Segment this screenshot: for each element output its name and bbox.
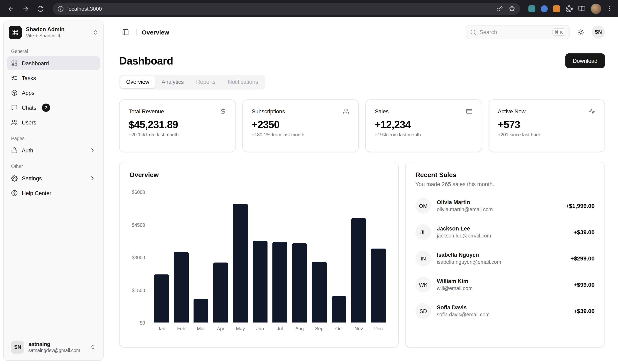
url-text: localhost:3000 <box>67 6 493 12</box>
sidebar: Shadcn Admin Vite + ShadcnUI General Das… <box>3 21 104 361</box>
recent-sales-card: Recent Sales You made 265 sales this mon… <box>405 162 605 348</box>
chart-x-tick-label: Mar <box>191 326 211 331</box>
tab-analytics[interactable]: Analytics <box>156 76 190 88</box>
sidebar-section-label: General <box>11 49 96 54</box>
sale-customer-name: Sofia Davis <box>437 304 568 311</box>
reading-list-icon[interactable] <box>578 5 586 12</box>
sidebar-item-label: Dashboard <box>22 60 49 66</box>
sidebar-footer: SN satnaing satnaingdev@gmail.com <box>4 334 103 360</box>
extension-icon[interactable] <box>541 5 548 12</box>
stat-title: Sales <box>375 108 389 114</box>
browser-profile-avatar[interactable] <box>591 3 601 14</box>
sale-avatar: JL <box>415 224 431 240</box>
sale-amount: +$39.00 <box>574 229 595 235</box>
search-input[interactable]: ⌘ K <box>466 25 569 39</box>
chats-icon <box>11 104 18 111</box>
chart-y-axis: $0$1500$3000$4500$6000 <box>130 192 147 323</box>
sidebar-item-settings[interactable]: Settings <box>7 171 100 185</box>
dashboard-icon <box>11 60 18 66</box>
download-button[interactable]: Download <box>565 53 605 68</box>
stat-value: +2350 <box>252 119 349 131</box>
tab-reports[interactable]: Reports <box>190 76 222 88</box>
chart-y-tick-label: $6000 <box>132 190 145 195</box>
stat-title: Total Revenue <box>129 108 164 114</box>
extension-icon[interactable] <box>553 5 560 12</box>
chart-x-tick-label: Jan <box>152 326 171 331</box>
sidebar-toggle-button[interactable] <box>119 26 131 38</box>
sidebar-item-users[interactable]: Users <box>7 116 100 130</box>
stat-value: +12,234 <box>375 119 472 131</box>
sidebar-item-badge: 3 <box>42 104 50 112</box>
sale-avatar: OM <box>415 198 431 214</box>
sidebar-sections: General Dashboard Tasks Apps Chats 3 Use… <box>4 42 103 334</box>
tab-notifications[interactable]: Notifications <box>222 76 264 88</box>
chevron-right-icon <box>89 147 96 154</box>
recent-sales-title: Recent Sales <box>415 171 595 179</box>
sidebar-item-dashboard[interactable]: Dashboard <box>7 56 100 70</box>
main-content: Overview ⌘ K SN Dashboard Download Overv… <box>109 21 615 361</box>
forward-button[interactable] <box>20 3 31 14</box>
sale-avatar: IN <box>415 251 431 266</box>
user-email: satnaingdev@gmail.com <box>28 347 86 353</box>
command-icon <box>12 29 18 36</box>
reload-button[interactable] <box>35 3 46 14</box>
chevrons-up-down-icon <box>90 344 96 350</box>
tabs: OverviewAnalyticsReportsNotifications <box>119 75 265 90</box>
tasks-icon <box>11 75 18 81</box>
user-name: satnaing <box>28 341 86 347</box>
search-shortcut-kbd: ⌘ K <box>552 28 565 36</box>
sale-amount: +$299.00 <box>570 255 595 262</box>
stat-value: +573 <box>498 119 595 131</box>
credit-card-icon <box>466 108 472 115</box>
chart-bar <box>174 252 189 323</box>
chart-x-axis: JanFebMarAprMayJunJulAugSepOctNovDec <box>152 326 388 331</box>
stat-title: Subscriptions <box>252 108 285 114</box>
chart-y-tick-label: $1500 <box>132 288 145 293</box>
tab-overview[interactable]: Overview <box>120 76 155 88</box>
theme-toggle-button[interactable] <box>574 26 587 38</box>
sale-avatar: SD <box>415 303 431 319</box>
profile-avatar[interactable]: SN <box>592 26 605 39</box>
back-button[interactable] <box>5 3 16 14</box>
chart-bar <box>371 248 386 323</box>
stat-cards: Total Revenue $45,231.89 +20.1% from las… <box>119 99 605 152</box>
sidebar-item-help-center[interactable]: Help Center <box>7 186 100 200</box>
user-menu[interactable]: SN satnaing satnaingdev@gmail.com <box>8 338 99 356</box>
site-info-icon[interactable] <box>57 6 64 12</box>
sidebar-item-label: Help Center <box>22 190 51 196</box>
workspace-switcher[interactable]: Shadcn Admin Vite + ShadcnUI <box>4 21 103 42</box>
stat-change: +20.1% from last month <box>129 132 226 137</box>
extension-icon[interactable] <box>528 5 535 12</box>
sale-amount: +$1,999.00 <box>565 203 595 209</box>
reload-icon <box>37 5 44 12</box>
chevron-right-icon <box>89 175 96 182</box>
topbar: Overview ⌘ K SN <box>119 21 605 44</box>
extensions-puzzle-icon[interactable] <box>565 5 573 12</box>
sidebar-item-label: Apps <box>22 90 35 96</box>
sidebar-item-auth[interactable]: Auth <box>7 143 100 157</box>
app-subtitle: Vite + ShadcnUI <box>26 33 88 39</box>
password-key-icon[interactable] <box>496 5 503 12</box>
chart-x-tick-label: Dec <box>368 326 388 331</box>
search-field[interactable] <box>480 29 549 35</box>
sale-customer-email: olivia.martin@email.com <box>437 206 560 213</box>
chart-bar <box>154 274 169 323</box>
chart-x-tick-label: Apr <box>211 326 231 331</box>
chart-y-tick-label: $4500 <box>132 222 145 227</box>
bookmark-star-icon[interactable] <box>509 5 515 12</box>
stat-card-sales: Sales +12,234 +19% from last month <box>365 99 482 152</box>
sidebar-item-apps[interactable]: Apps <box>7 86 100 100</box>
breadcrumb: Overview <box>142 28 169 36</box>
url-bar[interactable]: localhost:3000 <box>53 3 520 14</box>
stat-card-subscriptions: Subscriptions +2350 +180.1% from last mo… <box>242 99 359 152</box>
recent-sales-subtitle: You made 265 sales this month. <box>415 181 595 187</box>
help-icon <box>11 190 18 196</box>
chart-bar <box>272 242 288 323</box>
sale-customer-name: Olivia Martin <box>437 199 560 206</box>
sidebar-item-chats[interactable]: Chats 3 <box>7 101 100 115</box>
sale-list-item: IN Isabella Nguyen isabella.nguyen@email… <box>415 251 595 266</box>
sale-avatar: WK <box>415 277 431 293</box>
browser-menu-icon[interactable] <box>606 5 613 12</box>
sidebar-item-tasks[interactable]: Tasks <box>7 71 100 85</box>
stat-value: $45,231.89 <box>129 119 226 131</box>
